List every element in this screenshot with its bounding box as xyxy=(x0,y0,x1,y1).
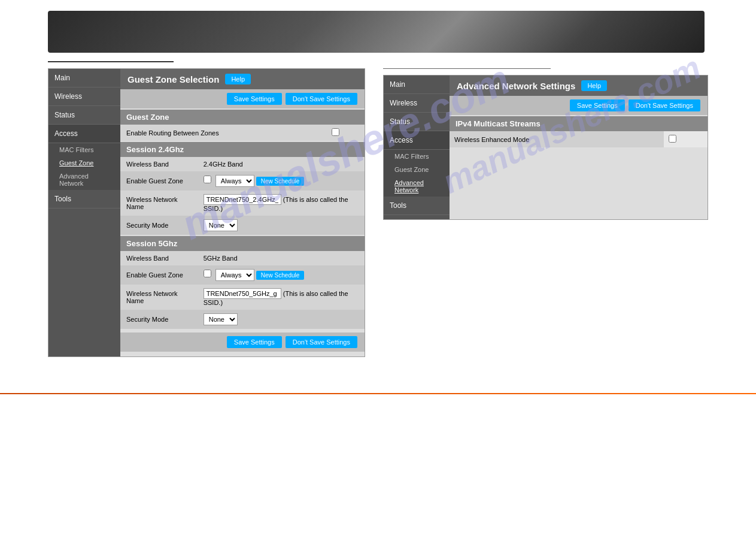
adv-help-button[interactable]: Help xyxy=(581,80,607,91)
wireless-network-name-cell-24: (This is also called the SSID.) xyxy=(198,191,365,216)
new-schedule-btn-5[interactable]: New Schedule xyxy=(256,271,304,280)
enable-routing-label: Enable Routing Between Zones xyxy=(120,125,326,141)
right-divider xyxy=(383,68,551,69)
always-select-24[interactable]: Always xyxy=(215,175,254,187)
left-sidebar: Main Wireless Status Access MAC Filters … xyxy=(48,69,120,356)
right-panel: manualshere.com Main Wireless Status Acc… xyxy=(383,68,708,357)
guest-zone-section-header: Guest Zone xyxy=(120,110,365,125)
guest-zone-ui: Main Wireless Status Access MAC Filters … xyxy=(48,68,365,357)
session-5ghz-header: Session 5Ghz xyxy=(120,236,365,251)
wireless-enhanced-mode-label: Wireless Enhanced Mode xyxy=(450,131,664,147)
security-mode-cell-5: None xyxy=(198,310,365,329)
sidebar-item-access[interactable]: Access xyxy=(48,125,120,143)
guest-zone-content: Guest Zone Selection Help Save Settings … xyxy=(120,69,365,356)
help-button[interactable]: Help xyxy=(225,74,251,84)
table-row: Wireless Enhanced Mode xyxy=(450,131,708,147)
advanced-network-content: Advanced Network Settings Help Save Sett… xyxy=(450,75,708,219)
sidebar-right-wireless[interactable]: Wireless xyxy=(384,94,450,113)
security-mode-label-5: Security Mode xyxy=(120,310,198,329)
adv-top-toolbar: Save Settings Don't Save Settings xyxy=(450,96,708,115)
adv-page-title: Advanced Network Settings xyxy=(457,81,575,91)
adv-dont-save-settings-button[interactable]: Don't Save Settings xyxy=(629,99,700,111)
wireless-enhanced-mode-checkbox[interactable] xyxy=(669,135,676,143)
sidebar-right-status[interactable]: Status xyxy=(384,113,450,131)
dont-save-settings-button-bottom[interactable]: Don't Save Settings xyxy=(286,336,357,348)
table-row: Enable Guest Zone Always New Schedule xyxy=(120,171,365,191)
table-row: Security Mode None xyxy=(120,216,365,235)
table-row: Security Mode None xyxy=(120,310,365,329)
top-toolbar: Save Settings Don't Save Settings xyxy=(120,89,365,108)
enable-guest-zone-checkbox-24[interactable] xyxy=(204,176,211,183)
table-row: Enable Routing Between Zones xyxy=(120,125,365,141)
ipv4-section-header: IPv4 Multicast Streams xyxy=(450,116,708,131)
wireless-band-value-5: 5GHz Band xyxy=(198,251,365,265)
sidebar-right-mac-filters[interactable]: MAC Filters xyxy=(384,150,450,163)
ipv4-table: Wireless Enhanced Mode xyxy=(450,131,708,147)
table-row: Wireless Band 5GHz Band xyxy=(120,251,365,265)
top-divider xyxy=(48,61,174,62)
wireless-network-name-input-5[interactable] xyxy=(204,288,281,299)
page-header: Guest Zone Selection Help xyxy=(120,69,365,89)
sidebar-sub-guest-zone[interactable]: Guest Zone xyxy=(48,156,120,170)
advanced-network-ui: manualshere.com Main Wireless Status Acc… xyxy=(383,75,708,220)
sidebar-item-wireless[interactable]: Wireless xyxy=(48,87,120,106)
enable-routing-cell xyxy=(326,125,365,141)
session-24ghz-header: Session 2.4Ghz xyxy=(120,142,365,157)
sidebar-right-access[interactable]: Access xyxy=(384,131,450,150)
sidebar-right-tools[interactable]: Tools xyxy=(384,197,450,215)
sidebar-right-guest-zone[interactable]: Guest Zone xyxy=(384,163,450,176)
adv-save-settings-button[interactable]: Save Settings xyxy=(570,99,625,111)
security-mode-cell-24: None xyxy=(198,216,365,235)
table-row: Wireless Band 2.4GHz Band xyxy=(120,157,365,171)
table-row: Enable Guest Zone Always New Schedule xyxy=(120,265,365,285)
sidebar-sub-mac-filters[interactable]: MAC Filters xyxy=(48,143,120,156)
enable-guest-zone-label-5: Enable Guest Zone xyxy=(120,265,198,285)
sidebar-item-tools[interactable]: Tools xyxy=(48,190,120,208)
main-content: manualshere.com Main Wireless Status Acc… xyxy=(48,68,708,357)
enable-guest-zone-cell-24: Always New Schedule xyxy=(198,171,365,191)
guest-zone-table: Enable Routing Between Zones xyxy=(120,125,365,141)
wireless-network-name-input-24[interactable] xyxy=(204,194,281,205)
left-panel: manualshere.com Main Wireless Status Acc… xyxy=(48,68,365,357)
wireless-band-value-24: 2.4GHz Band xyxy=(198,157,365,171)
sidebar-item-main[interactable]: Main xyxy=(48,69,120,87)
footer-area xyxy=(0,393,756,394)
sidebar-right-main[interactable]: Main xyxy=(384,75,450,94)
sidebar-right-advanced-network[interactable]: Advanced Network xyxy=(384,176,450,197)
footer-line xyxy=(0,393,756,394)
table-row: Wireless Network Name (This is also call… xyxy=(120,285,365,310)
sidebar-sub-advanced-network[interactable]: Advanced Network xyxy=(48,170,120,190)
wireless-network-name-label-5: Wireless Network Name xyxy=(120,285,198,310)
enable-routing-checkbox[interactable] xyxy=(332,128,339,136)
session-24ghz-table: Wireless Band 2.4GHz Band Enable Guest Z… xyxy=(120,157,365,235)
sidebar-item-status[interactable]: Status xyxy=(48,106,120,125)
security-mode-select-5[interactable]: None xyxy=(204,313,238,325)
enable-guest-zone-cell-5: Always New Schedule xyxy=(198,265,365,285)
right-sidebar: Main Wireless Status Access MAC Filters … xyxy=(384,75,450,219)
table-row: Wireless Network Name (This is also call… xyxy=(120,191,365,216)
wireless-enhanced-mode-cell xyxy=(664,131,708,147)
always-select-5[interactable]: Always xyxy=(215,269,254,281)
adv-page-header: Advanced Network Settings Help xyxy=(450,75,708,96)
security-mode-select-24[interactable]: None xyxy=(204,219,238,231)
save-settings-button-bottom[interactable]: Save Settings xyxy=(227,336,282,348)
page-title: Guest Zone Selection xyxy=(127,74,219,84)
wireless-band-label-24: Wireless Band xyxy=(120,157,198,171)
header-banner xyxy=(48,11,705,53)
wireless-network-name-label-24: Wireless Network Name xyxy=(120,191,198,216)
new-schedule-btn-24[interactable]: New Schedule xyxy=(256,177,304,186)
bottom-toolbar: Save Settings Don't Save Settings xyxy=(120,333,365,352)
session-5ghz-table: Wireless Band 5GHz Band Enable Guest Zon… xyxy=(120,251,365,329)
enable-guest-zone-label-24: Enable Guest Zone xyxy=(120,171,198,191)
save-settings-button-top[interactable]: Save Settings xyxy=(227,93,282,105)
enable-guest-zone-checkbox-5[interactable] xyxy=(204,270,211,277)
dont-save-settings-button-top[interactable]: Don't Save Settings xyxy=(286,93,357,105)
security-mode-label-24: Security Mode xyxy=(120,216,198,235)
wireless-network-name-cell-5: (This is also called the SSID.) xyxy=(198,285,365,310)
wireless-band-label-5: Wireless Band xyxy=(120,251,198,265)
